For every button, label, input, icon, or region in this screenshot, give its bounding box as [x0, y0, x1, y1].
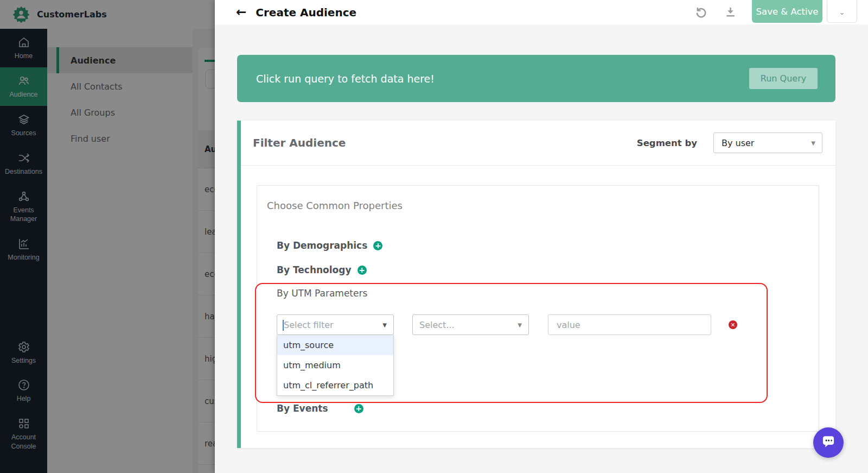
reset-icon[interactable]: [695, 6, 707, 18]
dropdown-caret-icon: ▼: [518, 322, 522, 328]
chat-button[interactable]: [813, 427, 844, 458]
filter-card-title: Filter Audience: [253, 136, 346, 149]
create-audience-panel: ← Create Audience Save & Active ⌄ Click …: [215, 0, 868, 473]
panel-header: ← Create Audience Save & Active ⌄: [215, 0, 868, 24]
by-events-row: By Events +: [277, 403, 363, 414]
dropdown-option-utm-cl-referrer-path[interactable]: utm_cl_referrer_path: [277, 375, 393, 395]
modal-overlay[interactable]: [0, 0, 215, 473]
segment-by-label: Segment by: [637, 138, 697, 148]
dropdown-option-utm-medium[interactable]: utm_medium: [277, 355, 393, 375]
back-arrow-icon[interactable]: ←: [236, 6, 246, 18]
filter-card-header: Filter Audience Segment by By user ▼: [241, 121, 835, 166]
utm-value-input[interactable]: [548, 314, 711, 335]
background-page: CustomerLabs Home Audience Sources Desti…: [0, 0, 215, 473]
save-active-button[interactable]: Save & Active: [752, 0, 822, 23]
utm-filter-select[interactable]: Select filter ▼: [277, 314, 394, 335]
banner-message: Click run query to fetch data here!: [256, 73, 435, 85]
by-technology-row: By Technology +: [277, 264, 367, 275]
chevron-down-icon: ⌄: [839, 8, 845, 16]
add-demographics-icon[interactable]: +: [373, 241, 382, 250]
dropdown-caret-icon: ▼: [811, 140, 815, 146]
add-technology-icon[interactable]: +: [358, 266, 367, 275]
segment-by-select[interactable]: By user ▼: [713, 133, 822, 153]
add-events-icon[interactable]: +: [354, 404, 363, 413]
download-icon[interactable]: [724, 6, 737, 18]
utm-operator-select[interactable]: Select... ▼: [412, 314, 529, 335]
chat-icon: [819, 433, 838, 452]
header-actions: Save & Active ⌄: [695, 0, 857, 24]
text-cursor: [283, 320, 284, 331]
save-options-button[interactable]: ⌄: [827, 0, 857, 23]
utm-filter-dropdown: utm_source utm_medium utm_cl_referrer_pa…: [277, 335, 394, 396]
utm-filter-row: Select filter ▼ Select... ▼ ✕: [277, 314, 737, 335]
section-title: Choose Common Properties: [267, 200, 403, 211]
run-query-banner: Click run query to fetch data here! Run …: [237, 55, 835, 102]
run-query-button[interactable]: Run Query: [749, 68, 818, 89]
page-title: Create Audience: [256, 6, 356, 19]
by-demographics-row: By Demographics +: [277, 240, 382, 251]
filter-audience-card: Filter Audience Segment by By user ▼ Cho…: [237, 121, 835, 448]
common-properties-box: Choose Common Properties By Demographics…: [257, 185, 819, 432]
by-utm-row: By UTM Parameters: [277, 288, 367, 299]
remove-filter-icon[interactable]: ✕: [729, 320, 737, 329]
dropdown-caret-icon: ▼: [382, 322, 387, 328]
dropdown-option-utm-source[interactable]: utm_source: [277, 335, 393, 355]
